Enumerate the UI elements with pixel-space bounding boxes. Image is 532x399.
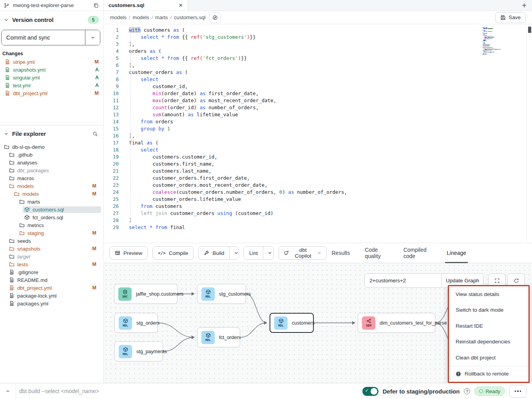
tree-item-dbt_project.yml[interactable]: dbt_project.ymlM	[0, 284, 103, 292]
line-number: 9	[104, 83, 119, 90]
open-in-explorer-button[interactable]	[209, 12, 221, 23]
tree-item-db-sl-qs-demo[interactable]: db-sl-qs-demo	[0, 143, 103, 151]
tree-item-label: dbt_project.yml	[17, 285, 52, 291]
tree-item-staging[interactable]: stagingM	[0, 229, 103, 237]
menu-item-rollback-to-remote[interactable]: Rollback to remote	[449, 366, 528, 382]
status-dot-icon	[479, 389, 483, 393]
panel-tab-results[interactable]: Results	[332, 243, 350, 263]
lineage-node-stg_orders[interactable]: MDLstg_orders	[114, 313, 158, 333]
breadcrumb-item[interactable]: marts	[155, 14, 168, 20]
tree-item-snapshots[interactable]: snapshotsM	[0, 245, 103, 253]
db-icon	[123, 289, 128, 294]
code-editor[interactable]: 1with customers as (2 select * from {{ r…	[104, 24, 532, 243]
lineage-node-fct_orders[interactable]: MDLfct_orders	[197, 327, 240, 347]
preview-button[interactable]: Preview	[109, 246, 148, 260]
tree-item-models[interactable]: modelsM	[0, 190, 103, 198]
tree-item-macros[interactable]: macros	[0, 174, 103, 182]
commit-and-sync-button[interactable]: Commit and sync	[2, 30, 85, 45]
file-icon	[5, 67, 10, 72]
minimap[interactable]	[483, 27, 512, 54]
command-input[interactable]	[19, 388, 362, 394]
menu-item-view-status-details[interactable]: View status details	[449, 286, 528, 302]
lineage-selector-input[interactable]	[365, 274, 442, 287]
tree-item-package-lock.yml[interactable]: package-lock.yml	[0, 292, 103, 300]
tree-item-label: macros	[17, 175, 34, 181]
build-split-button: Build	[198, 246, 239, 260]
code-line-24: 24 coalesce(customer_orders.number_of_or…	[104, 189, 532, 196]
copy-branch-button[interactable]	[92, 2, 100, 9]
panel-tab-code-quality[interactable]: Code quality	[365, 243, 388, 263]
line-number: 28	[104, 217, 119, 224]
tree-item-metrics[interactable]: metrics	[0, 221, 103, 229]
tree-item-fct_orders.sql[interactable]: fct_orders.sql	[0, 213, 103, 221]
lineage-node-customers[interactable]: MDLcustomers	[270, 313, 314, 333]
editor-scrollbar[interactable]	[528, 27, 531, 33]
panel-tab-compiled-code[interactable]: Compiled code	[404, 243, 432, 263]
tree-item-target[interactable]: target	[0, 253, 103, 260]
menu-item-switch-to-dark-mode[interactable]: Switch to dark mode	[449, 302, 528, 318]
lineage-node-stg_payments[interactable]: MDLstg_payments	[114, 341, 163, 361]
dbt-copilot-button[interactable]: dbt Copilot	[279, 246, 327, 260]
change-item-dbt_project.yml[interactable]: dbt_project.ymlM	[0, 89, 103, 97]
tree-item-status: M	[92, 246, 96, 251]
file-search-button[interactable]	[92, 130, 99, 137]
commit-options-button[interactable]	[85, 30, 100, 45]
change-item-test.yml[interactable]: test.ymlA	[0, 81, 103, 89]
code-line-22: 22 customer_orders.first_order_date,	[104, 175, 532, 182]
line-number: 12	[104, 104, 119, 111]
folder-icon	[9, 160, 14, 165]
more-options-button[interactable]	[509, 385, 527, 397]
menu-item-clean-dbt-project[interactable]: Clean dbt project	[449, 350, 528, 366]
chevron-down-icon[interactable]	[3, 131, 9, 137]
tree-item-models[interactable]: modelsM	[0, 182, 103, 190]
menu-item-restart-ide[interactable]: Restart IDE	[449, 318, 528, 334]
panel-tab-lineage[interactable]: Lineage	[447, 243, 466, 263]
tree-item-label: fct_orders.sql	[33, 215, 63, 220]
tree-item-.github[interactable]: .github	[0, 151, 103, 159]
lint-button[interactable]: Lint	[244, 247, 263, 259]
tree-item-marts[interactable]: marts	[0, 198, 103, 206]
file-icon	[5, 75, 10, 80]
lint-options-button[interactable]	[263, 247, 274, 259]
expand-command-bar-button[interactable]	[0, 383, 16, 399]
change-item-stripe.yml[interactable]: stripe.ymlM	[0, 58, 103, 66]
breadcrumb-item[interactable]: models	[110, 14, 127, 20]
breadcrumb-item[interactable]: customers.sql	[174, 14, 205, 20]
tree-item-tests[interactable]: testsM	[0, 260, 103, 268]
close-tab-button[interactable]: ✕	[179, 2, 183, 8]
tree-item-analyses[interactable]: analyses	[0, 159, 103, 166]
tree-item-packages.yml[interactable]: packages.yml	[0, 300, 103, 307]
compile-label: Compile	[169, 250, 188, 256]
save-button[interactable]: Save	[495, 12, 526, 23]
tree-item-.gitignore[interactable]: .gitignore	[0, 268, 103, 276]
tree-item-label: analyses	[17, 160, 37, 166]
tree-item-customers.sql[interactable]: customers.sql	[0, 206, 103, 213]
chevron-down-icon[interactable]	[3, 17, 9, 23]
tree-item-seeds[interactable]: seeds	[0, 237, 103, 245]
tree-item-dbt_packages[interactable]: dbt_packages	[0, 166, 103, 174]
line-number: 16	[104, 132, 119, 139]
tree-item-label: package-lock.yml	[17, 293, 56, 299]
tree-item-README.md[interactable]: README.md	[0, 276, 103, 284]
breadcrumb-item[interactable]: models	[133, 14, 149, 20]
line-number: 19	[104, 153, 119, 161]
wrench-icon	[204, 250, 209, 256]
compile-button[interactable]: </> Compile	[152, 246, 194, 260]
menu-item-reinstall-dependencies[interactable]: Reinstall dependencies	[449, 334, 528, 350]
build-button[interactable]: Build	[199, 247, 229, 259]
lineage-node-stg_customers[interactable]: MDLstg_customers	[197, 284, 246, 304]
breadcrumb: models/models/marts/customers.sql	[110, 14, 205, 20]
tab-customers-sql[interactable]: customers.sql ✕	[104, 0, 188, 11]
build-options-button[interactable]	[229, 247, 239, 259]
change-item-singular.yml[interactable]: singular.ymlA	[0, 74, 103, 81]
new-tab-button[interactable]: +	[522, 0, 527, 11]
change-status: A	[95, 75, 99, 80]
lineage-node-jaffle_shop_customers[interactable]: SRCjaffle_shop.customers	[114, 284, 177, 304]
tree-item-status: M	[92, 183, 96, 189]
lineage-node-dim_customers_test_for_parse[interactable]: SEMdim_customers_test_for_parse	[358, 313, 435, 333]
defer-toggle[interactable]: ✓	[362, 387, 378, 396]
change-item-snapshots.yml[interactable]: snapshots.ymlA	[0, 66, 103, 74]
tree-item-label: packages.yml	[17, 301, 48, 307]
branch-header: mwong-test-explorer-parse	[0, 0, 103, 11]
help-icon[interactable]: ?	[464, 388, 470, 394]
